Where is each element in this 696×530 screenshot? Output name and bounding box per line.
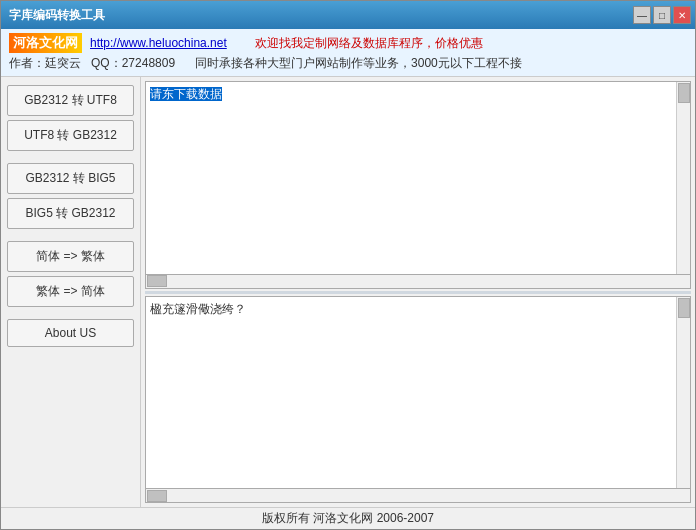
gb2utf8-button[interactable]: GB2312 转 UTF8: [7, 85, 134, 116]
bottom-scrollbar-thumb[interactable]: [678, 298, 690, 318]
bottom-textarea-content[interactable]: 楹充篴滑儆浇绔？: [146, 297, 690, 322]
author-info: 作者：廷突云 QQ：27248809: [9, 55, 175, 72]
spacer-2: [7, 233, 134, 237]
top-hscrollbar-thumb[interactable]: [147, 275, 167, 287]
main-window: 字库编码转换工具 — □ ✕ 河洛文化网 http://www.heluochi…: [0, 0, 696, 530]
promo-text-1: 欢迎找我定制网络及数据库程序，价格优惠: [255, 35, 483, 52]
spacer-1: [7, 155, 134, 159]
top-textarea-content[interactable]: 请东下载数据: [146, 82, 690, 107]
minimize-button[interactable]: —: [633, 6, 651, 24]
window-title: 字库编码转换工具: [9, 7, 105, 24]
bottom-hscrollbar-thumb[interactable]: [147, 490, 167, 502]
logo: 河洛文化网: [9, 33, 82, 53]
selected-text: 请东下载数据: [150, 87, 222, 101]
divider: [145, 291, 691, 294]
big52gb-button[interactable]: BIG5 转 GB2312: [7, 198, 134, 229]
about-button[interactable]: About US: [7, 319, 134, 347]
bottom-scrollbar-vertical[interactable]: [676, 297, 690, 489]
bottom-textarea-container: 楹充篴滑儆浇绔？: [145, 296, 691, 490]
close-button[interactable]: ✕: [673, 6, 691, 24]
utf82gb-button[interactable]: UTF8 转 GB2312: [7, 120, 134, 151]
trad2simp-button[interactable]: 繁体 => 简体: [7, 276, 134, 307]
top-scrollbar-vertical[interactable]: [676, 82, 690, 274]
top-hscrollbar[interactable]: [145, 275, 691, 289]
sidebar: GB2312 转 UTF8 UTF8 转 GB2312 GB2312 转 BIG…: [1, 77, 141, 507]
bottom-text: 楹充篴滑儆浇绔？: [150, 302, 246, 316]
promo-text-2: 同时承接各种大型门户网站制作等业务，3000元以下工程不接: [195, 55, 522, 72]
main-area: GB2312 转 UTF8 UTF8 转 GB2312 GB2312 转 BIG…: [1, 77, 695, 507]
qq-label: QQ：: [91, 56, 122, 70]
window-controls: — □ ✕: [633, 6, 691, 24]
spacer-3: [7, 311, 134, 315]
status-text: 版权所有 河洛文化网 2006-2007: [262, 510, 434, 527]
header-line2-wrapper: 作者：廷突云 QQ：27248809 同时承接各种大型门户网站制作等业务，300…: [9, 55, 687, 72]
gb2big5-button[interactable]: GB2312 转 BIG5: [7, 163, 134, 194]
author-label: 作者：: [9, 56, 45, 70]
simp2trad-button[interactable]: 简体 => 繁体: [7, 241, 134, 272]
content-area: 请东下载数据 楹充篴滑儆浇绔？: [141, 77, 695, 507]
header-line1: 河洛文化网 http://www.heluochina.net 欢迎找我定制网络…: [9, 33, 687, 53]
status-bar: 版权所有 河洛文化网 2006-2007: [1, 507, 695, 529]
header: 河洛文化网 http://www.heluochina.net 欢迎找我定制网络…: [1, 29, 695, 77]
website-url[interactable]: http://www.heluochina.net: [90, 36, 227, 50]
maximize-button[interactable]: □: [653, 6, 671, 24]
bottom-hscrollbar[interactable]: [145, 489, 691, 503]
author-name: 廷突云: [45, 56, 81, 70]
top-textarea-container: 请东下载数据: [145, 81, 691, 275]
qq-number: 27248809: [122, 56, 175, 70]
top-scrollbar-thumb[interactable]: [678, 83, 690, 103]
title-bar: 字库编码转换工具 — □ ✕: [1, 1, 695, 29]
